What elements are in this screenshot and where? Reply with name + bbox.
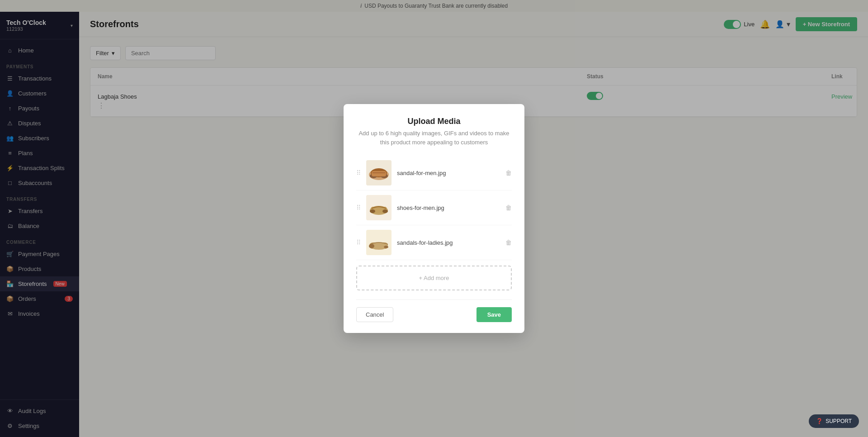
delete-icon[interactable]: 🗑 — [505, 239, 512, 246]
svg-rect-5 — [372, 171, 386, 176]
media-thumbnail — [366, 230, 392, 255]
svg-point-11 — [382, 209, 388, 213]
modal-subtitle: Add up to 6 high quality images, GIFs an… — [356, 129, 512, 147]
support-button[interactable]: ❓ SUPPORT — [809, 414, 859, 428]
upload-media-modal: Upload Media Add up to 6 high quality im… — [344, 104, 524, 333]
media-filename: sandals-for-ladies.jpg — [397, 239, 500, 246]
modal-overlay[interactable]: Upload Media Add up to 6 high quality im… — [0, 0, 868, 437]
drag-handle-icon[interactable]: ⠿ — [356, 239, 361, 246]
support-label: SUPPORT — [826, 418, 852, 424]
modal-title: Upload Media — [356, 117, 512, 126]
modal-footer: Cancel Save — [356, 299, 512, 322]
media-filename: shoes-for-men.jpg — [397, 204, 500, 211]
delete-icon[interactable]: 🗑 — [505, 204, 512, 211]
cancel-button[interactable]: Cancel — [356, 307, 393, 322]
media-thumbnail — [366, 195, 392, 220]
svg-point-16 — [384, 246, 388, 248]
media-thumbnail — [366, 160, 392, 185]
media-filename: sandal-for-men.jpg — [397, 170, 500, 176]
svg-point-10 — [370, 209, 375, 213]
svg-point-15 — [369, 244, 374, 248]
save-button[interactable]: Save — [476, 307, 512, 322]
media-item: ⠿ sandal-for-men.jpg 🗑 — [356, 156, 512, 190]
media-item: ⠿ sandals-for-ladies.jpg 🗑 — [356, 225, 512, 260]
media-item: ⠿ shoes-for-men.jpg 🗑 — [356, 190, 512, 225]
support-icon: ❓ — [816, 418, 823, 424]
drag-handle-icon[interactable]: ⠿ — [356, 169, 361, 176]
media-list: ⠿ sandal-for-men.jpg 🗑 — [356, 156, 512, 260]
delete-icon[interactable]: 🗑 — [505, 169, 512, 176]
add-more-button[interactable]: + Add more — [356, 266, 512, 290]
drag-handle-icon[interactable]: ⠿ — [356, 204, 361, 211]
